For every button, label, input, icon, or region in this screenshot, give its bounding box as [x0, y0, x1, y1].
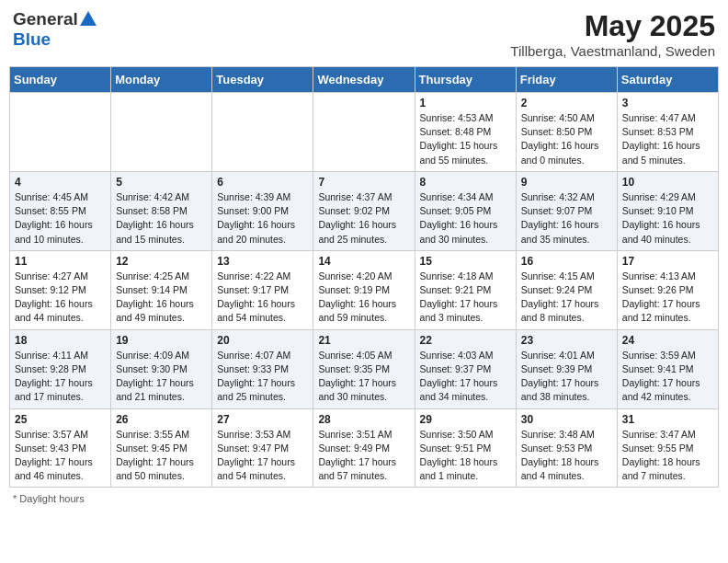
- calendar-cell: 24Sunrise: 3:59 AM Sunset: 9:41 PM Dayli…: [617, 329, 718, 408]
- day-number: 28: [318, 413, 409, 426]
- day-info: Sunrise: 3:50 AM Sunset: 9:51 PM Dayligh…: [420, 428, 511, 484]
- day-number: 18: [15, 334, 106, 347]
- calendar-cell: 31Sunrise: 3:47 AM Sunset: 9:55 PM Dayli…: [617, 408, 718, 488]
- calendar-cell: 27Sunrise: 3:53 AM Sunset: 9:47 PM Dayli…: [212, 408, 313, 488]
- calendar-cell: 19Sunrise: 4:09 AM Sunset: 9:30 PM Dayli…: [111, 329, 212, 408]
- day-number: 2: [521, 97, 612, 109]
- logo: General Blue: [13, 9, 97, 50]
- day-info: Sunrise: 4:29 AM Sunset: 9:10 PM Dayligh…: [622, 190, 713, 247]
- location-subtitle: Tillberga, Vaestmanland, Sweden: [510, 43, 715, 59]
- day-number: 9: [521, 176, 612, 189]
- day-info: Sunrise: 4:11 AM Sunset: 9:28 PM Dayligh…: [15, 349, 106, 405]
- day-info: Sunrise: 4:42 AM Sunset: 8:58 PM Dayligh…: [116, 190, 207, 247]
- day-number: 11: [15, 255, 106, 268]
- calendar-cell: 17Sunrise: 4:13 AM Sunset: 9:26 PM Dayli…: [617, 250, 718, 329]
- day-info: Sunrise: 4:18 AM Sunset: 9:21 PM Dayligh…: [420, 270, 511, 326]
- day-number: 3: [622, 97, 713, 109]
- logo-blue: Blue: [13, 29, 51, 49]
- calendar-cell: [313, 93, 415, 172]
- day-info: Sunrise: 4:50 AM Sunset: 8:50 PM Dayligh…: [521, 111, 612, 167]
- day-info: Sunrise: 3:57 AM Sunset: 9:43 PM Dayligh…: [15, 428, 106, 484]
- day-number: 26: [116, 413, 207, 426]
- day-info: Sunrise: 3:55 AM Sunset: 9:45 PM Dayligh…: [116, 428, 207, 484]
- day-info: Sunrise: 4:39 AM Sunset: 9:00 PM Dayligh…: [217, 190, 308, 247]
- day-info: Sunrise: 4:05 AM Sunset: 9:35 PM Dayligh…: [318, 349, 409, 405]
- day-info: Sunrise: 4:45 AM Sunset: 8:55 PM Dayligh…: [15, 190, 106, 247]
- day-number: 8: [420, 176, 511, 189]
- logo-triangle-icon: [80, 11, 97, 26]
- day-info: Sunrise: 4:09 AM Sunset: 9:30 PM Dayligh…: [116, 349, 207, 405]
- day-header-saturday: Saturday: [617, 67, 718, 93]
- day-info: Sunrise: 4:34 AM Sunset: 9:05 PM Dayligh…: [420, 190, 511, 247]
- calendar-cell: 14Sunrise: 4:20 AM Sunset: 9:19 PM Dayli…: [313, 250, 415, 329]
- day-info: Sunrise: 4:15 AM Sunset: 9:24 PM Dayligh…: [521, 270, 612, 326]
- day-info: Sunrise: 3:47 AM Sunset: 9:55 PM Dayligh…: [622, 428, 713, 484]
- calendar-cell: 12Sunrise: 4:25 AM Sunset: 9:14 PM Dayli…: [111, 250, 212, 329]
- day-number: 1: [420, 97, 511, 109]
- day-number: 21: [318, 334, 409, 347]
- day-info: Sunrise: 3:51 AM Sunset: 9:49 PM Dayligh…: [318, 428, 409, 484]
- day-info: Sunrise: 3:48 AM Sunset: 9:53 PM Dayligh…: [521, 428, 612, 484]
- calendar-cell: 1Sunrise: 4:53 AM Sunset: 8:48 PM Daylig…: [415, 93, 516, 172]
- calendar-week-row: 25Sunrise: 3:57 AM Sunset: 9:43 PM Dayli…: [10, 408, 719, 488]
- calendar-cell: 11Sunrise: 4:27 AM Sunset: 9:12 PM Dayli…: [10, 250, 111, 329]
- day-info: Sunrise: 4:53 AM Sunset: 8:48 PM Dayligh…: [420, 111, 511, 167]
- day-info: Sunrise: 4:07 AM Sunset: 9:33 PM Dayligh…: [217, 349, 308, 405]
- day-info: Sunrise: 4:37 AM Sunset: 9:02 PM Dayligh…: [318, 190, 409, 247]
- calendar-cell: 8Sunrise: 4:34 AM Sunset: 9:05 PM Daylig…: [415, 171, 516, 250]
- day-info: Sunrise: 3:53 AM Sunset: 9:47 PM Dayligh…: [217, 428, 308, 484]
- calendar-cell: 13Sunrise: 4:22 AM Sunset: 9:17 PM Dayli…: [212, 250, 313, 329]
- calendar-cell: 3Sunrise: 4:47 AM Sunset: 8:53 PM Daylig…: [617, 93, 718, 172]
- day-header-thursday: Thursday: [415, 67, 516, 93]
- calendar-cell: 5Sunrise: 4:42 AM Sunset: 8:58 PM Daylig…: [111, 171, 212, 250]
- days-header-row: SundayMondayTuesdayWednesdayThursdayFrid…: [10, 67, 719, 93]
- calendar-cell: [10, 93, 111, 172]
- calendar-cell: 18Sunrise: 4:11 AM Sunset: 9:28 PM Dayli…: [10, 329, 111, 408]
- daylight-label: Daylight hours: [19, 493, 84, 504]
- calendar-cell: 29Sunrise: 3:50 AM Sunset: 9:51 PM Dayli…: [415, 408, 516, 488]
- day-number: 23: [521, 334, 612, 347]
- calendar-cell: 15Sunrise: 4:18 AM Sunset: 9:21 PM Dayli…: [415, 250, 516, 329]
- calendar-week-row: 4Sunrise: 4:45 AM Sunset: 8:55 PM Daylig…: [10, 171, 719, 250]
- day-header-wednesday: Wednesday: [313, 67, 415, 93]
- day-number: 7: [318, 176, 409, 189]
- calendar-cell: 6Sunrise: 4:39 AM Sunset: 9:00 PM Daylig…: [212, 171, 313, 250]
- header: General Blue May 2025 Tillberga, Vaestma…: [9, 9, 719, 59]
- day-number: 24: [622, 334, 713, 347]
- calendar-cell: 28Sunrise: 3:51 AM Sunset: 9:49 PM Dayli…: [313, 408, 415, 488]
- day-info: Sunrise: 4:22 AM Sunset: 9:17 PM Dayligh…: [217, 270, 308, 326]
- calendar-cell: 16Sunrise: 4:15 AM Sunset: 9:24 PM Dayli…: [516, 250, 617, 329]
- calendar-cell: [212, 93, 313, 172]
- day-info: Sunrise: 4:25 AM Sunset: 9:14 PM Dayligh…: [116, 270, 207, 326]
- day-number: 30: [521, 413, 612, 426]
- calendar-week-row: 1Sunrise: 4:53 AM Sunset: 8:48 PM Daylig…: [10, 93, 719, 172]
- logo-general: General: [13, 9, 78, 29]
- day-number: 14: [318, 255, 409, 268]
- day-number: 10: [622, 176, 713, 189]
- calendar-cell: 25Sunrise: 3:57 AM Sunset: 9:43 PM Dayli…: [10, 408, 111, 488]
- day-header-friday: Friday: [516, 67, 617, 93]
- day-number: 13: [217, 255, 308, 268]
- day-number: 16: [521, 255, 612, 268]
- day-number: 5: [116, 176, 207, 189]
- day-number: 6: [217, 176, 308, 189]
- calendar-cell: [111, 93, 212, 172]
- calendar-cell: 4Sunrise: 4:45 AM Sunset: 8:55 PM Daylig…: [10, 171, 111, 250]
- title-area: May 2025 Tillberga, Vaestmanland, Sweden: [510, 9, 715, 59]
- day-number: 29: [420, 413, 511, 426]
- day-info: Sunrise: 4:47 AM Sunset: 8:53 PM Dayligh…: [622, 111, 713, 167]
- day-number: 25: [15, 413, 106, 426]
- day-info: Sunrise: 4:13 AM Sunset: 9:26 PM Dayligh…: [622, 270, 713, 326]
- calendar-cell: 26Sunrise: 3:55 AM Sunset: 9:45 PM Dayli…: [111, 408, 212, 488]
- footer-note: * Daylight hours: [9, 493, 719, 504]
- day-info: Sunrise: 4:32 AM Sunset: 9:07 PM Dayligh…: [521, 190, 612, 247]
- calendar-cell: 10Sunrise: 4:29 AM Sunset: 9:10 PM Dayli…: [617, 171, 718, 250]
- day-number: 22: [420, 334, 511, 347]
- day-number: 12: [116, 255, 207, 268]
- day-header-monday: Monday: [111, 67, 212, 93]
- calendar-cell: 21Sunrise: 4:05 AM Sunset: 9:35 PM Dayli…: [313, 329, 415, 408]
- day-number: 31: [622, 413, 713, 426]
- day-info: Sunrise: 4:01 AM Sunset: 9:39 PM Dayligh…: [521, 349, 612, 405]
- calendar-cell: 9Sunrise: 4:32 AM Sunset: 9:07 PM Daylig…: [516, 171, 617, 250]
- calendar-cell: 7Sunrise: 4:37 AM Sunset: 9:02 PM Daylig…: [313, 171, 415, 250]
